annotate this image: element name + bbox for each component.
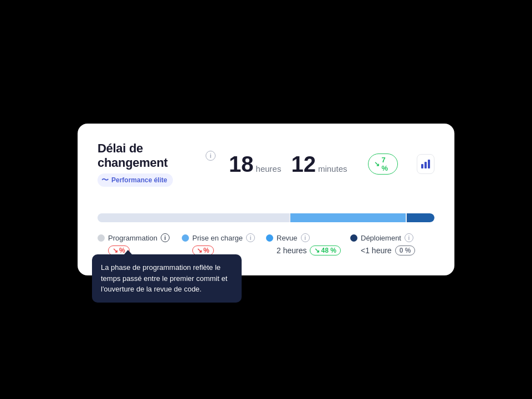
programmation-dot <box>98 234 105 242</box>
prise-trend-value: % <box>203 247 209 254</box>
prise-dot <box>182 234 189 242</box>
title-block: Délai de changement i 〜 Performance élit… <box>98 141 216 187</box>
programmation-tooltip: La phase de programmation reflète le tem… <box>92 254 242 303</box>
overall-trend-badge: ↘ 7 % <box>368 154 397 175</box>
svg-rect-2 <box>428 160 430 168</box>
prise-trend: ↘ % <box>192 245 214 255</box>
header-row: Délai de changement i 〜 Performance élit… <box>98 141 434 187</box>
deploiement-label: Déploiement <box>361 234 401 242</box>
deploiement-trend: 0 % <box>395 245 416 255</box>
deploiement-value-row: <1 heure 0 % <box>350 245 434 255</box>
minutes-value: 12 <box>291 153 316 175</box>
deploiement-time: <1 heure <box>361 246 392 255</box>
trend-arrow: ↘ <box>374 160 380 168</box>
legend-item-prise-en-charge: Prise en charge i ↘ % <box>182 233 266 255</box>
performance-badge: 〜 Performance élite <box>98 173 173 187</box>
progress-segment-blue <box>290 213 406 222</box>
deploiement-dot <box>350 234 357 242</box>
programmation-label: Programmation <box>108 234 157 242</box>
deploiement-info-icon[interactable]: i <box>405 233 413 242</box>
legend-label-row-prise: Prise en charge i <box>182 233 266 242</box>
programmation-trend-value: % <box>119 247 125 254</box>
trend-value: 7 % <box>381 156 391 172</box>
badge-container: 〜 Performance élite <box>98 173 216 187</box>
title-line: Délai de changement i <box>98 141 216 170</box>
revue-value-row: 2 heures ↘ 48 % <box>266 245 350 255</box>
revue-trend-value: 48 % <box>321 247 336 254</box>
progress-segment-darkblue <box>407 213 434 222</box>
tooltip-text: La phase de programmation reflète le tem… <box>101 263 227 293</box>
legend-label-row-deploiement: Déploiement i <box>350 233 434 242</box>
title-info-icon[interactable]: i <box>206 151 216 161</box>
badge-label: Performance élite <box>111 176 167 184</box>
programmation-trend: ↘ % <box>108 245 130 255</box>
revue-time: 2 heures <box>277 246 306 255</box>
revue-label: Revue <box>277 234 298 242</box>
minutes-unit: minutes <box>318 164 347 173</box>
deploiement-trend-value: 0 % <box>400 247 411 254</box>
legend-item-revue: Revue i 2 heures ↘ 48 % <box>266 233 350 255</box>
chart-icon-button[interactable] <box>417 154 434 174</box>
progress-bar <box>98 213 434 222</box>
hours-value: 18 <box>229 153 254 175</box>
legend-item-deploiement: Déploiement i <1 heure 0 % <box>350 233 434 255</box>
prise-info-icon[interactable]: i <box>246 233 255 242</box>
metrics-block: 18 heures 12 minutes <box>229 153 355 175</box>
svg-rect-0 <box>421 164 423 168</box>
progress-segment-empty <box>98 213 289 222</box>
card-title: Délai de changement <box>98 141 201 170</box>
legend-item-programmation: Programmation i ↘ % La phase de programm… <box>98 233 182 255</box>
legend-label-row-programmation: Programmation i <box>98 233 182 242</box>
hours-unit: heures <box>256 164 282 173</box>
prise-trend-arrow: ↘ <box>197 247 202 254</box>
revue-info-icon[interactable]: i <box>301 233 310 242</box>
revue-dot <box>266 234 273 242</box>
progress-section <box>98 213 434 222</box>
main-card: Délai de changement i 〜 Performance élit… <box>78 124 454 275</box>
revue-trend-arrow: ↘ <box>314 247 320 254</box>
badge-icon: 〜 <box>101 175 109 185</box>
programmation-info-icon[interactable]: i <box>161 233 170 242</box>
svg-rect-1 <box>424 162 427 168</box>
programmation-value-row: ↘ % <box>98 245 182 255</box>
revue-trend: ↘ 48 % <box>310 245 340 255</box>
legend-row: Programmation i ↘ % La phase de programm… <box>98 233 434 255</box>
legend-label-row-revue: Revue i <box>266 233 350 242</box>
programmation-trend-arrow: ↘ <box>112 247 118 254</box>
prise-value-row: ↘ % <box>182 245 266 255</box>
bar-chart-icon <box>420 158 431 170</box>
prise-label: Prise en charge <box>192 234 243 242</box>
